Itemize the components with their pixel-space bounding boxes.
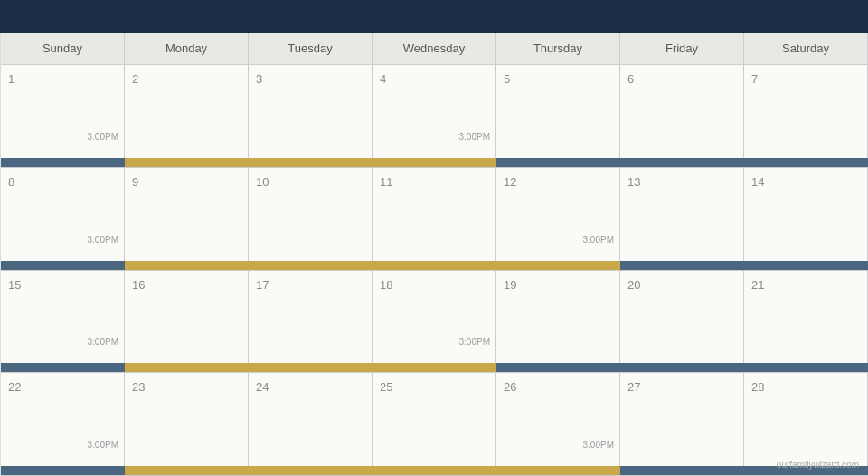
weeks-container: 13:00PM2343:00PM56783:00PM91011123:00PM1… (1, 65, 868, 476)
day-number: 27 (627, 380, 640, 394)
bar-segment-dark (1, 158, 125, 167)
bar-segment-dark (620, 158, 744, 167)
day-cell: 263:00PM (496, 373, 620, 466)
day-cell: 19 (496, 271, 620, 364)
day-cell: 17 (249, 271, 373, 364)
bar-row (1, 158, 868, 167)
bar-segment-gold (373, 363, 496, 372)
bar-segment-gold (496, 466, 620, 475)
day-header: Thursday (496, 33, 620, 64)
day-cell: 16 (125, 271, 249, 364)
day-cell: 21 (744, 271, 868, 364)
day-number: 25 (380, 380, 392, 394)
day-number: 9 (132, 175, 138, 189)
day-header: Saturday (744, 33, 868, 64)
day-cell: 183:00PM (373, 271, 496, 364)
time-label: 3:00PM (88, 440, 118, 450)
week-cells: 153:00PM1617183:00PM192021 (1, 271, 868, 364)
day-cell: 223:00PM (1, 373, 125, 466)
day-cell: 43:00PM (373, 65, 496, 158)
bar-segment-gold (125, 261, 249, 270)
day-number: 19 (504, 278, 516, 292)
day-number: 3 (256, 72, 262, 86)
watermark: ourfamilywizard.com (777, 460, 859, 470)
bar-segment-dark (744, 261, 868, 270)
calendar: SundayMondayTuesdayWednesdayThursdayFrid… (0, 33, 868, 476)
day-number: 26 (504, 380, 516, 394)
day-number: 7 (751, 72, 758, 86)
week-cells: 223:00PM232425263:00PM2728 (1, 373, 868, 466)
bar-segment-gold (373, 466, 496, 475)
day-cell: 27 (620, 373, 744, 466)
day-cell: 7 (744, 65, 868, 158)
day-header: Sunday (1, 33, 125, 64)
day-number: 4 (380, 72, 386, 86)
day-cell: 123:00PM (496, 168, 620, 261)
day-cell: 20 (620, 271, 744, 364)
day-cell: 13 (620, 168, 744, 261)
day-cell: 153:00PM (1, 271, 125, 364)
week-cells: 13:00PM2343:00PM567 (1, 65, 868, 158)
day-cell: 5 (496, 65, 620, 158)
week-row: 153:00PM1617183:00PM192021 (1, 271, 868, 374)
bar-segment-dark (1, 261, 125, 270)
time-label: 3:00PM (583, 440, 614, 450)
week-cells: 83:00PM91011123:00PM1314 (1, 168, 868, 261)
bar-row (1, 363, 868, 372)
day-number: 6 (627, 72, 634, 86)
bar-segment-gold (249, 261, 373, 270)
bar-segment-dark (620, 363, 744, 372)
day-number: 13 (627, 175, 640, 189)
bar-segment-gold (125, 158, 249, 167)
day-number: 15 (8, 278, 21, 292)
time-label: 3:00PM (459, 337, 490, 347)
page-title (0, 0, 868, 33)
day-number: 10 (256, 175, 269, 189)
bar-segment-dark (1, 466, 125, 475)
day-number: 20 (627, 278, 640, 292)
time-label: 3:00PM (88, 337, 118, 347)
bar-segment-gold (249, 466, 373, 475)
day-cell: 9 (125, 168, 249, 261)
day-number: 11 (380, 175, 392, 189)
day-number: 17 (256, 278, 269, 292)
day-cell: 25 (373, 373, 496, 466)
day-cell: 23 (125, 373, 249, 466)
week-row: 223:00PM232425263:00PM2728ourfamilywizar… (1, 373, 868, 476)
day-number: 23 (132, 380, 145, 394)
day-cell: 6 (620, 65, 744, 158)
week-row: 83:00PM91011123:00PM1314 (1, 168, 868, 271)
day-cell: 83:00PM (1, 168, 125, 261)
page-wrapper: SundayMondayTuesdayWednesdayThursdayFrid… (0, 0, 868, 476)
day-cell: 13:00PM (1, 65, 125, 158)
day-number: 5 (504, 72, 510, 86)
day-number: 1 (8, 72, 14, 86)
time-label: 3:00PM (459, 132, 490, 142)
day-number: 16 (132, 278, 145, 292)
time-label: 3:00PM (88, 132, 118, 142)
day-number: 24 (256, 380, 269, 394)
bar-segment-gold (373, 261, 496, 270)
day-header: Monday (125, 33, 249, 64)
bar-segment-dark (496, 158, 620, 167)
bar-row (1, 466, 868, 475)
day-number: 28 (751, 380, 764, 394)
day-number: 12 (504, 175, 516, 189)
bar-segment-dark (496, 363, 620, 372)
day-number: 14 (751, 175, 764, 189)
day-cell: 24 (249, 373, 373, 466)
bar-row (1, 261, 868, 270)
day-cell: 28 (744, 373, 868, 466)
bar-segment-dark (1, 363, 125, 372)
day-number: 22 (8, 380, 21, 394)
bar-segment-gold (496, 261, 620, 270)
day-cell: 11 (373, 168, 496, 261)
bar-segment-gold (125, 363, 249, 372)
day-headers: SundayMondayTuesdayWednesdayThursdayFrid… (1, 33, 868, 65)
week-row: 13:00PM2343:00PM567 (1, 65, 868, 168)
day-header: Friday (620, 33, 744, 64)
day-cell: 3 (249, 65, 373, 158)
day-number: 2 (132, 72, 138, 86)
bar-segment-gold (373, 158, 496, 167)
bar-segment-gold (249, 363, 373, 372)
